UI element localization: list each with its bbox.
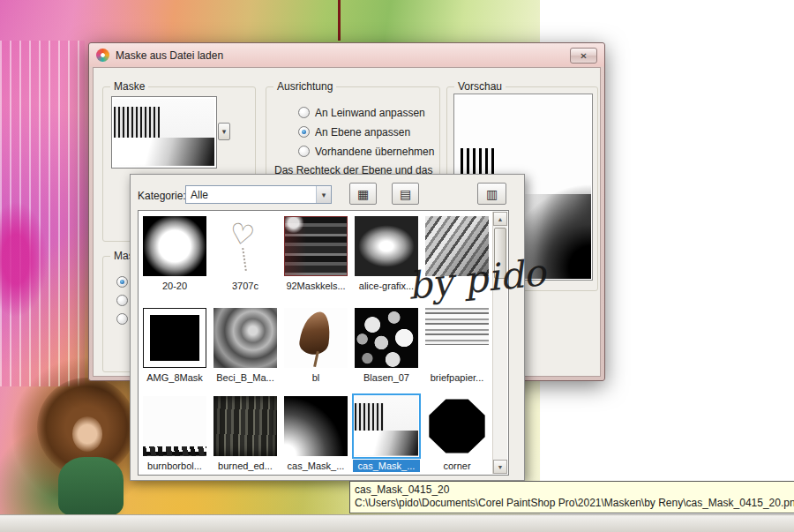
- radio-icon-selected[interactable]: [298, 126, 310, 138]
- ausrichtung-group-label: Ausrichtung: [273, 80, 336, 94]
- mask-item-label: Blasen_07: [353, 371, 420, 384]
- mask-thumbnail[interactable]: [213, 396, 277, 456]
- arrow-up-icon: ▲: [498, 216, 504, 222]
- mask-thumbnail[interactable]: [143, 308, 206, 368]
- chevron-down-icon: ▾: [322, 191, 326, 199]
- scroll-down-button[interactable]: ▼: [493, 460, 507, 474]
- close-button[interactable]: ✕: [570, 48, 597, 64]
- mask-item-alice-grafix[interactable]: alice-grafix...: [353, 216, 420, 303]
- mask-item-label: cas_Mask_...: [282, 460, 349, 472]
- scrollbar[interactable]: ▲ ▼: [492, 212, 507, 474]
- category-value: Alle: [186, 189, 316, 201]
- mask-item-label: Beci_B_Ma...: [212, 371, 279, 384]
- maske-group-label: Maske: [110, 80, 148, 94]
- mask-item-label: 20-20: [141, 280, 208, 292]
- mask-item-amg-8mask[interactable]: AMG_8Mask: [141, 308, 208, 394]
- mask-item-20-20[interactable]: 20-20: [141, 216, 208, 303]
- artwork-blob: [0, 201, 48, 318]
- mask-thumbnail[interactable]: [284, 308, 348, 368]
- menu-icon: ▥: [486, 187, 498, 201]
- mask-item-bl[interactable]: bl: [282, 308, 349, 394]
- mask-thumbnail[interactable]: [425, 308, 489, 368]
- mask-item-burnborbol[interactable]: burnborbol...: [141, 396, 208, 483]
- mask-option-radio-1[interactable]: [116, 276, 128, 288]
- radio-label: Vorhandene übernehmen: [315, 146, 434, 158]
- tooltip-path: C:\Users\pido\Documents\Corel PaintShop …: [355, 497, 794, 510]
- mask-thumbnail[interactable]: [143, 396, 206, 456]
- mask-item-label: burned_ed...: [212, 460, 279, 472]
- mask-item-3707c[interactable]: ♡ 3707c: [212, 216, 279, 303]
- mask-thumbnail[interactable]: [425, 396, 489, 456]
- radio-an-ebene-anpassen[interactable]: An Ebene anpassen: [298, 125, 410, 139]
- mask-item-label: alice-grafix...: [353, 280, 420, 292]
- scroll-up-button[interactable]: ▲: [493, 212, 507, 226]
- mask-thumbnail[interactable]: [143, 216, 206, 276]
- mask-item-5[interactable]: [423, 216, 491, 303]
- close-icon: ✕: [580, 51, 587, 61]
- status-bar: [0, 514, 794, 532]
- octagon-shape: [429, 399, 484, 453]
- chevron-down-icon: ▾: [222, 127, 227, 136]
- mask-item-briefpapier[interactable]: briefpapier...: [423, 308, 491, 394]
- category-dropdown[interactable]: Alle ▾: [185, 185, 332, 204]
- picker-menu-button[interactable]: ▥: [477, 183, 506, 205]
- grid-view-icon: ▦: [357, 187, 369, 201]
- mask-thumbnail[interactable]: [284, 216, 348, 276]
- arrow-down-icon: ▼: [498, 464, 504, 470]
- mask-preview-dropdown-button[interactable]: ▾: [218, 123, 230, 140]
- mask-thumbnail[interactable]: [213, 308, 277, 368]
- mask-item-beci-b[interactable]: Beci_B_Ma...: [212, 308, 279, 394]
- vorschau-group-label: Vorschau: [454, 80, 506, 94]
- mask-item-label: cas_Mask_...: [353, 460, 420, 472]
- dialog-titlebar[interactable]: Maske aus Datei laden: [89, 43, 604, 67]
- dropdown-arrow-button[interactable]: ▾: [316, 186, 331, 203]
- mask-item-label: [423, 280, 491, 292]
- mask-item-cas-mask-selected[interactable]: cas_Mask_...: [353, 396, 420, 483]
- app-icon: [96, 49, 109, 62]
- mask-thumbnail[interactable]: [355, 216, 418, 276]
- artwork-figure-body: [58, 457, 124, 515]
- mask-preview-image: [114, 99, 214, 166]
- mask-item-burned-ed[interactable]: burned_ed...: [212, 396, 279, 483]
- mask-item-label: bl: [282, 371, 349, 384]
- tooltip: cas_Mask_0415_20 C:\Users\pido\Documents…: [349, 481, 794, 513]
- mask-item-92maskkels[interactable]: 92Maskkels...: [282, 216, 349, 303]
- mask-item-label: briefpapier...: [423, 371, 491, 384]
- mask-item-label: 92Maskkels...: [282, 280, 349, 292]
- mask-item-cas-mask-a[interactable]: cas_Mask_...: [282, 396, 349, 483]
- mask-thumbnail-selected[interactable]: [355, 396, 418, 456]
- artwork-figure-face: [72, 416, 102, 452]
- mask-option-radio-3[interactable]: [116, 313, 128, 325]
- radio-label: An Leinwand anpassen: [315, 107, 425, 119]
- mask-item-label: corner: [423, 460, 491, 472]
- screen: Maske aus Datei laden ✕ Maske ▾ Ausricht…: [0, 0, 794, 532]
- radio-vorhandene-uebernehmen[interactable]: Vorhandene übernehmen: [298, 145, 434, 158]
- category-label: Kategorie:: [138, 190, 186, 202]
- view-thumbnails-button[interactable]: ▦: [349, 183, 377, 205]
- radio-icon[interactable]: [298, 107, 310, 118]
- mask-option-radio-2[interactable]: [116, 295, 128, 306]
- mask-item-label: 3707c: [212, 280, 279, 292]
- mask-thumbnail[interactable]: ♡: [213, 216, 277, 276]
- scrollbar-thumb[interactable]: [494, 228, 506, 279]
- mask-item-label: burnborbol...: [141, 460, 208, 472]
- flower-shape: [297, 310, 333, 356]
- list-view-icon: ▤: [400, 187, 411, 201]
- radio-an-leinwand-anpassen[interactable]: An Leinwand anpassen: [298, 106, 425, 119]
- mask-item-blasen-07[interactable]: Blasen_07: [353, 308, 420, 394]
- view-list-button[interactable]: ▤: [392, 183, 419, 205]
- mask-item-corner[interactable]: corner: [423, 396, 491, 483]
- mask-thumbnail[interactable]: [425, 216, 489, 276]
- artwork-line: [338, 0, 341, 41]
- mask-preview-picker[interactable]: [111, 96, 217, 169]
- mask-picker-panel: Kategorie: Alle ▾ ▦ ▤ ▥ 20-20 ♡: [130, 174, 525, 481]
- radio-label: An Ebene anpassen: [315, 126, 410, 139]
- mask-thumbnail[interactable]: [284, 396, 348, 456]
- mask-item-label: AMG_8Mask: [141, 371, 208, 384]
- dialog-title: Maske aus Datei laden: [116, 49, 223, 62]
- mask-thumbnail[interactable]: [355, 308, 418, 368]
- tooltip-title: cas_Mask_0415_20: [355, 483, 794, 497]
- mask-list: 20-20 ♡ 3707c 92Maskkels... alice-grafix…: [138, 210, 509, 476]
- radio-icon[interactable]: [298, 146, 310, 157]
